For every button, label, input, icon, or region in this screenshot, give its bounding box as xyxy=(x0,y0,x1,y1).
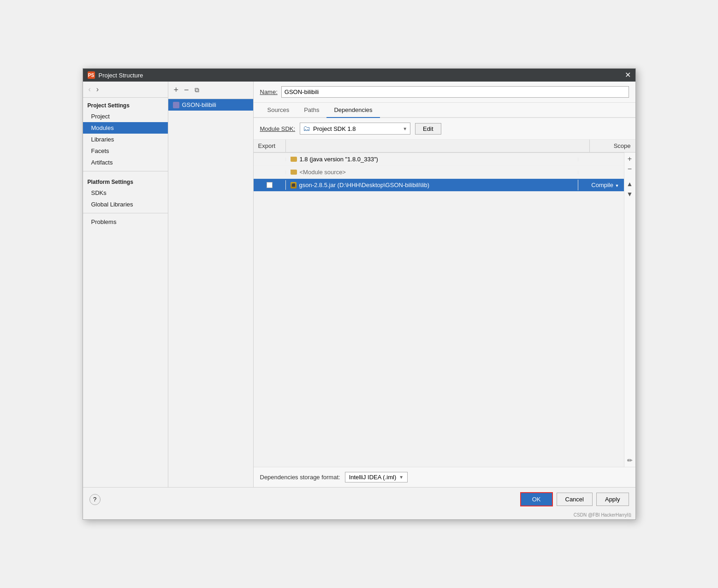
col-name-header xyxy=(286,143,589,149)
dep-table-header: Export Scope xyxy=(254,140,635,153)
modules-list: GSON-bilibili xyxy=(168,99,253,487)
remove-module-button[interactable]: − xyxy=(182,84,191,96)
modules-toolbar: + − ⧉ xyxy=(168,82,253,99)
folder-icon-module xyxy=(291,170,297,175)
sidebar-item-facets[interactable]: Facets xyxy=(83,145,168,157)
sidebar-item-sdks[interactable]: SDKs xyxy=(83,187,168,199)
dep-name-text-gson: gson-2.8.5.jar (D:\HHH\Desktop\GSON-bili… xyxy=(299,182,429,188)
apply-button[interactable]: Apply xyxy=(596,493,629,506)
jar-icon-gson: ⬛ xyxy=(291,182,297,188)
platform-settings-label: Platform Settings xyxy=(83,174,168,187)
sdk-select[interactable]: 🗂 Project SDK 1.8 ▼ xyxy=(300,123,410,135)
module-sdk-label: Module SDK: xyxy=(260,125,296,132)
scroll-down-button[interactable]: ▼ xyxy=(625,189,635,199)
copy-module-button[interactable]: ⧉ xyxy=(193,85,201,95)
storage-select-text: IntelliJ IDEA (.iml) xyxy=(349,474,397,481)
folder-icon: 🗂 xyxy=(303,124,310,133)
nav-forward-button[interactable]: › xyxy=(95,84,101,94)
remove-dep-button[interactable]: − xyxy=(625,165,635,174)
col-scope-header: Scope xyxy=(589,140,635,152)
dep-check-module-source xyxy=(254,171,286,174)
module-sdk-bar: Module SDK: 🗂 Project SDK 1.8 ▼ Edit xyxy=(254,118,635,140)
name-label: Name: xyxy=(260,88,278,95)
dep-name-gson: ⬛ gson-2.8.5.jar (D:\HHH\Desktop\GSON-bi… xyxy=(286,180,578,190)
title-bar-left: PS Project Structure xyxy=(88,71,143,79)
cancel-button[interactable]: Cancel xyxy=(557,493,593,506)
folder-icon-jdk xyxy=(291,157,297,162)
scroll-up-button[interactable]: ▲ xyxy=(625,179,635,188)
sdk-select-text: Project SDK 1.8 xyxy=(313,125,400,132)
dep-scope-module-source xyxy=(578,171,624,174)
sidebar-item-global-libraries[interactable]: Global Libraries xyxy=(83,199,168,210)
project-settings-label: Project Settings xyxy=(83,98,168,111)
edit-dep-button[interactable]: ✏ xyxy=(625,456,635,465)
dep-name-text-module-source: <Module source> xyxy=(300,169,346,176)
name-bar: Name: xyxy=(254,82,635,103)
sidebar-divider-2 xyxy=(83,213,168,213)
dep-check-gson[interactable] xyxy=(254,180,286,190)
dep-row-module-source[interactable]: <Module source> xyxy=(254,166,624,179)
main-panel: Name: Sources Paths Dependencies xyxy=(254,82,635,487)
scope-dropdown-icon: ▼ xyxy=(615,183,619,188)
title-bar: PS Project Structure ✕ xyxy=(83,69,635,82)
bottom-bar: ? OK Cancel Apply xyxy=(83,487,635,511)
storage-label: Dependencies storage format: xyxy=(260,474,340,481)
sidebar-divider xyxy=(83,171,168,171)
add-dep-button[interactable]: + xyxy=(625,154,635,164)
storage-bar: Dependencies storage format: IntelliJ ID… xyxy=(254,467,635,487)
dep-check-jdk xyxy=(254,158,286,161)
col-export-header: Export xyxy=(254,140,286,152)
sidebar: ‹ › Project Settings Project Modules Lib… xyxy=(83,82,168,487)
middle-area: + − ⧉ GSON-bilibili Name: xyxy=(168,82,635,487)
modules-panel: + − ⧉ GSON-bilibili xyxy=(168,82,254,487)
storage-dropdown-icon: ▼ xyxy=(399,475,404,480)
module-name: GSON-bilibili xyxy=(182,101,216,108)
dep-name-module-source: <Module source> xyxy=(286,167,578,177)
sdk-dropdown-arrow-icon: ▼ xyxy=(403,126,407,131)
dep-checkbox-gson[interactable] xyxy=(267,182,273,188)
tab-sources[interactable]: Sources xyxy=(260,103,297,118)
watermark: CSDN @FBI HackerHarry珀 xyxy=(83,511,635,519)
edit-sdk-button[interactable]: Edit xyxy=(415,123,441,135)
sidebar-item-project[interactable]: Project xyxy=(83,111,168,122)
nav-back-button[interactable]: ‹ xyxy=(87,84,93,94)
dialog-body: ‹ › Project Settings Project Modules Lib… xyxy=(83,82,635,487)
sidebar-item-problems[interactable]: Problems xyxy=(83,216,168,228)
dep-name-jdk: 1.8 (java version "1.8.0_333") xyxy=(286,154,578,165)
sidebar-item-modules[interactable]: Modules xyxy=(83,122,168,134)
dep-row-jdk[interactable]: 1.8 (java version "1.8.0_333") xyxy=(254,153,624,166)
window-title: Project Structure xyxy=(99,72,143,79)
tab-dependencies[interactable]: Dependencies xyxy=(326,103,380,118)
sidebar-item-artifacts[interactable]: Artifacts xyxy=(83,157,168,168)
dep-name-text-jdk: 1.8 (java version "1.8.0_333") xyxy=(300,156,378,163)
dep-scope-gson: Compile ▼ xyxy=(578,180,624,190)
dep-table: 1.8 (java version "1.8.0_333") <Module s… xyxy=(254,153,624,467)
ok-button[interactable]: OK xyxy=(520,492,553,506)
tab-paths[interactable]: Paths xyxy=(297,103,326,118)
name-input[interactable] xyxy=(281,86,629,98)
sidebar-nav-buttons: ‹ › xyxy=(83,82,168,98)
help-button[interactable]: ? xyxy=(89,494,101,505)
storage-select[interactable]: IntelliJ IDEA (.iml) ▼ xyxy=(345,472,408,482)
project-structure-dialog: PS Project Structure ✕ ‹ › Project Setti… xyxy=(83,68,636,520)
add-module-button[interactable]: + xyxy=(172,84,181,96)
module-item-gson[interactable]: GSON-bilibili xyxy=(168,99,253,111)
dep-row-gson[interactable]: ⬛ gson-2.8.5.jar (D:\HHH\Desktop\GSON-bi… xyxy=(254,179,624,192)
sidebar-item-libraries[interactable]: Libraries xyxy=(83,134,168,145)
dep-body-area: 1.8 (java version "1.8.0_333") <Module s… xyxy=(254,153,635,467)
dep-area: Export Scope 1.8 (java vers xyxy=(254,140,635,467)
tabs-bar: Sources Paths Dependencies xyxy=(254,103,635,118)
dep-right-toolbar: + − ▲ ▼ ✏ xyxy=(624,153,635,467)
module-icon xyxy=(173,102,179,108)
app-icon: PS xyxy=(88,71,95,79)
dep-scope-jdk xyxy=(578,158,624,161)
close-button[interactable]: ✕ xyxy=(625,71,631,79)
